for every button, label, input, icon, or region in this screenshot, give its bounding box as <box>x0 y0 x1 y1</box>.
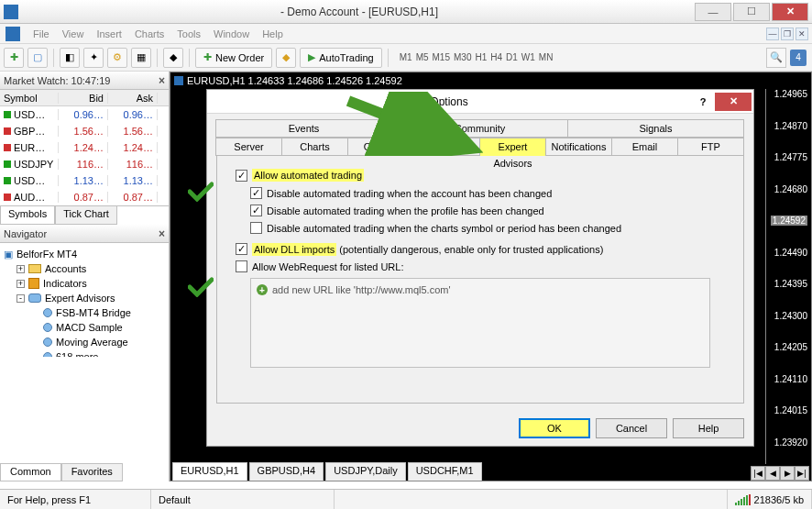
tf-m15[interactable]: M15 <box>433 52 450 62</box>
market-watch-button[interactable]: ◧ <box>60 48 80 68</box>
tree-item[interactable]: -Expert Advisors <box>4 291 165 305</box>
mw-col-ask[interactable]: Ask <box>108 93 158 104</box>
chart-tab[interactable]: GBPUSD,H4 <box>249 462 324 481</box>
help-button[interactable]: Help <box>673 418 744 438</box>
status-connection[interactable]: 21836/5 kb <box>728 490 812 509</box>
market-watch-row[interactable]: EUR…1.24…1.24… <box>0 139 169 156</box>
menu-tools[interactable]: Tools <box>177 28 201 39</box>
add-url-icon[interactable]: + <box>257 284 268 295</box>
tree-item[interactable]: +Indicators <box>4 276 165 291</box>
price-axis: 1.249651.248701.247751.246801.245921.244… <box>765 89 811 464</box>
cancel-button[interactable]: Cancel <box>596 418 667 438</box>
tf-h4[interactable]: H4 <box>490 52 502 62</box>
checkbox-disable-symbol-change[interactable] <box>250 222 262 234</box>
ok-button[interactable]: OK <box>519 418 590 438</box>
status-help-text: For Help, press F1 <box>0 490 151 509</box>
chart-scroll-last-button[interactable]: ▶| <box>795 466 809 481</box>
price-label: 1.24680 <box>774 184 807 194</box>
chart-tab[interactable]: EURUSD,H1 <box>172 462 247 481</box>
toolbar: ✚ ▢ ◧ ✦ ⚙ ▦ ◆ ✚New Order ◆ ▶AutoTrading … <box>0 44 812 72</box>
url-placeholder: add new URL like 'http://www.mql5.com' <box>272 284 451 295</box>
tf-d1[interactable]: D1 <box>506 52 518 62</box>
tab-email[interactable]: Email <box>611 138 678 156</box>
price-label: 1.24205 <box>774 342 807 352</box>
tree-root[interactable]: ▣ BelforFx MT4 <box>4 247 165 261</box>
mw-col-symbol[interactable]: Symbol <box>0 93 59 104</box>
tf-m5[interactable]: M5 <box>416 52 429 62</box>
tab-notifications[interactable]: Notifications <box>545 138 612 156</box>
market-watch-row[interactable]: AUD…0.87…0.87… <box>0 189 169 205</box>
tab-symbols[interactable]: Symbols <box>0 206 55 225</box>
tf-m30[interactable]: M30 <box>454 52 471 62</box>
navigator-close-icon[interactable]: × <box>159 227 165 240</box>
alerts-badge[interactable]: 4 <box>790 50 807 66</box>
menu-view[interactable]: View <box>62 28 84 39</box>
chart-scroll-left-button[interactable]: ◀ <box>765 466 780 481</box>
menu-insert[interactable]: Insert <box>96 28 122 39</box>
autotrading-button[interactable]: ▶AutoTrading <box>300 48 382 68</box>
menu-file[interactable]: File <box>33 28 49 39</box>
chart-tab[interactable]: USDJPY,Daily <box>325 462 406 481</box>
terminal-button[interactable]: ▦ <box>131 48 151 68</box>
maximize-button[interactable]: ☐ <box>733 3 770 21</box>
checkbox-disable-account-change[interactable]: ✓ <box>250 187 262 199</box>
profiles-button[interactable]: ▢ <box>27 48 48 68</box>
tree-item[interactable]: 618 more... <box>4 349 165 357</box>
data-window-button[interactable]: ⚙ <box>107 48 127 68</box>
url-list-box[interactable]: + add new URL like 'http://www.mql5.com' <box>250 278 710 368</box>
tree-item[interactable]: +Accounts <box>4 261 165 276</box>
tab-tick-chart[interactable]: Tick Chart <box>55 206 117 225</box>
tf-mn[interactable]: MN <box>539 52 554 62</box>
status-profile[interactable]: Default <box>151 490 335 509</box>
annotation-arrow-icon <box>339 92 486 156</box>
chart-scroll-right-button[interactable]: ▶ <box>780 466 795 481</box>
mw-col-bid[interactable]: Bid <box>59 93 108 104</box>
tab-favorites[interactable]: Favorites <box>61 463 123 481</box>
chart-scroll-first-button[interactable]: |◀ <box>751 466 765 481</box>
dialog-help-icon[interactable]: ? <box>691 96 715 107</box>
mdi-restore-button[interactable]: ❐ <box>781 28 794 40</box>
checkbox-allow-webrequest[interactable] <box>236 260 247 272</box>
tf-m1[interactable]: M1 <box>400 52 412 62</box>
market-watch-close-icon[interactable]: × <box>159 74 165 87</box>
tab-ftp[interactable]: FTP <box>677 138 744 156</box>
tab-server[interactable]: Server <box>215 138 282 156</box>
checkbox-disable-profile-change[interactable]: ✓ <box>250 205 262 216</box>
menu-window[interactable]: Window <box>214 28 249 39</box>
annotation-check-icon <box>188 182 214 202</box>
navigator-button[interactable]: ✦ <box>83 48 104 68</box>
market-watch-row[interactable]: USDJPY116…116… <box>0 156 169 172</box>
new-order-button[interactable]: ✚New Order <box>195 48 272 68</box>
new-chart-button[interactable]: ✚ <box>4 48 24 68</box>
market-watch-row[interactable]: USD…0.96…0.96… <box>0 106 169 123</box>
tf-h1[interactable]: H1 <box>475 52 487 62</box>
tab-expert-advisors[interactable]: Expert Advisors <box>479 138 546 156</box>
search-icon[interactable]: 🔍 <box>766 48 786 68</box>
status-bar: For Help, press F1 Default 21836/5 kb <box>0 489 812 509</box>
checkbox-allow-dll[interactable]: ✓ <box>236 243 247 255</box>
window-title: - Demo Account - [EURUSD,H1] <box>24 6 695 18</box>
menu-charts[interactable]: Charts <box>135 28 164 39</box>
dialog-close-button[interactable]: ✕ <box>715 93 752 111</box>
metaeditor-button[interactable]: ◆ <box>276 48 296 68</box>
strategy-tester-button[interactable]: ◆ <box>163 48 183 68</box>
navigator-header: Navigator × <box>0 225 169 243</box>
close-button[interactable]: ✕ <box>772 3 808 21</box>
market-watch-row[interactable]: USD…1.13…1.13… <box>0 172 169 189</box>
tf-w1[interactable]: W1 <box>521 52 535 62</box>
checkbox-allow-automated-trading[interactable]: ✓ <box>236 170 247 182</box>
tree-item[interactable]: FSB-MT4 Bridge <box>4 305 165 320</box>
market-watch-row[interactable]: GBP…1.56…1.56… <box>0 123 169 139</box>
mdi-minimize-button[interactable]: — <box>766 28 779 40</box>
menu-help[interactable]: Help <box>262 28 283 39</box>
navigator-tree: ▣ BelforFx MT4 +Accounts+Indicators-Expe… <box>0 243 169 357</box>
label-allow-webrequest: Allow WebRequest for listed URL: <box>252 261 403 272</box>
tab-signals[interactable]: Signals <box>567 119 744 138</box>
chart-tab[interactable]: USDCHF,M1 <box>408 462 482 481</box>
mdi-close-button[interactable]: ✕ <box>796 28 808 40</box>
minimize-button[interactable]: — <box>695 3 731 21</box>
tab-common[interactable]: Common <box>0 463 61 481</box>
tree-item[interactable]: MACD Sample <box>4 320 165 335</box>
tree-item[interactable]: Moving Average <box>4 335 165 349</box>
market-watch-title: Market Watch: 10:47:19 <box>4 75 110 86</box>
